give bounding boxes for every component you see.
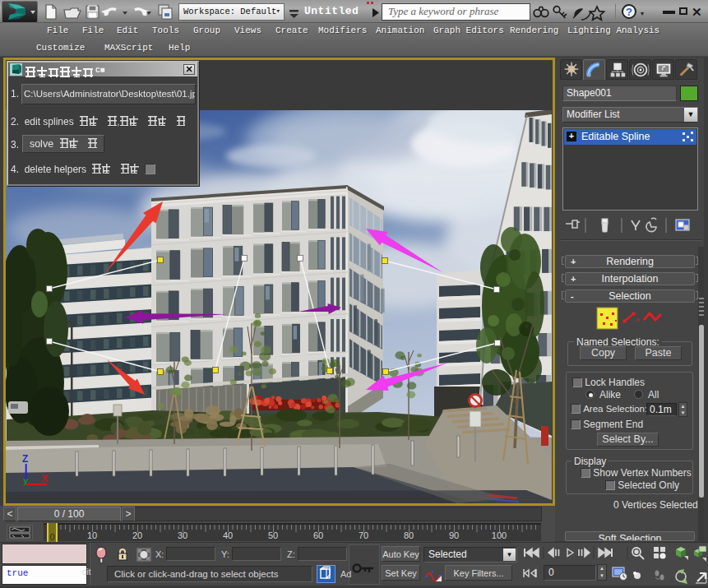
svg-text:Z: Z xyxy=(22,453,28,465)
svg-text:y: y xyxy=(23,475,29,485)
svg-text:X: X xyxy=(42,473,49,484)
